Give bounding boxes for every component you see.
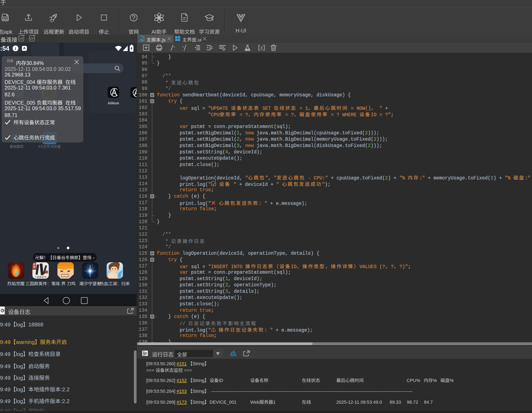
svg-text:*: *: [182, 46, 184, 50]
svg-text:X: X: [260, 46, 263, 50]
svg-text:APK: APK: [3, 17, 8, 20]
svg-text:JS: JS: [139, 38, 143, 41]
svg-text:*: *: [173, 46, 175, 50]
